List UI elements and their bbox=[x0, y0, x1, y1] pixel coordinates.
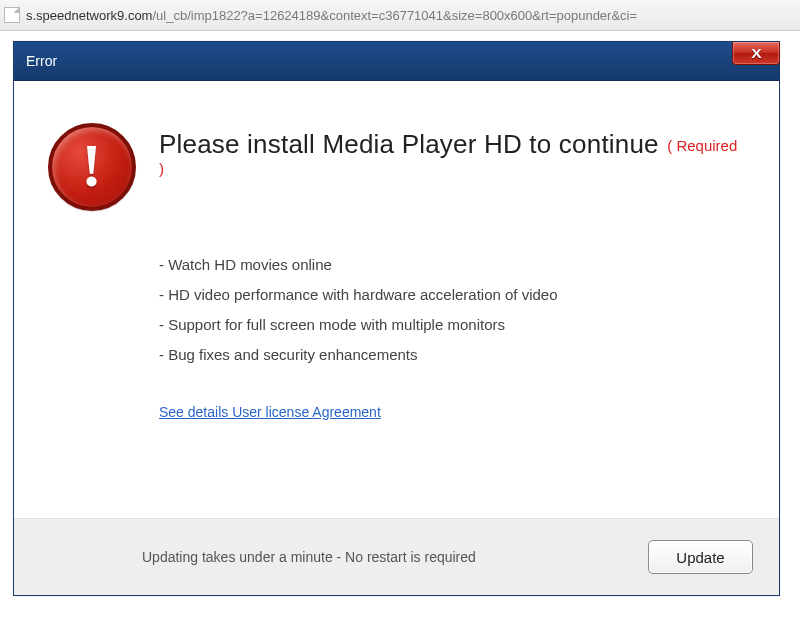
list-item: HD video performance with hardware accel… bbox=[159, 280, 739, 310]
dialog-headline: Please install Media Player HD to contin… bbox=[159, 129, 659, 159]
dialog-titlebar: Error X bbox=[14, 42, 779, 81]
url-text[interactable]: s.speednetwork9.com/ul_cb/imp1822?a=1262… bbox=[26, 8, 637, 23]
exclamation-icon: ! bbox=[81, 134, 102, 196]
dialog-headline-row: Please install Media Player HD to contin… bbox=[159, 129, 739, 180]
page-stage: Error X ! Please install Media Player HD… bbox=[0, 31, 800, 632]
close-button[interactable]: X bbox=[732, 42, 780, 65]
dialog-title: Error bbox=[26, 53, 57, 69]
page-icon bbox=[4, 7, 20, 23]
url-path: /ul_cb/imp1822?a=12624189&context=c36771… bbox=[152, 8, 637, 23]
close-icon: X bbox=[751, 46, 761, 61]
update-button[interactable]: Update bbox=[648, 540, 753, 574]
error-dialog: Error X ! Please install Media Player HD… bbox=[13, 41, 780, 596]
browser-address-bar: s.speednetwork9.com/ul_cb/imp1822?a=1262… bbox=[0, 0, 800, 31]
url-host: s.speednetwork9.com bbox=[26, 8, 152, 23]
list-item: Support for full screen mode with multip… bbox=[159, 310, 739, 340]
feature-list: Watch HD movies online HD video performa… bbox=[159, 250, 739, 370]
eula-link[interactable]: See details User license Agreement bbox=[159, 404, 381, 420]
dialog-icon-column: ! bbox=[24, 119, 159, 211]
list-item: Bug fixes and security enhancements bbox=[159, 340, 739, 370]
warning-icon: ! bbox=[48, 123, 136, 211]
list-item: Watch HD movies online bbox=[159, 250, 739, 280]
dialog-footer: Updating takes under a minute - No resta… bbox=[14, 518, 779, 595]
dialog-content-column: Please install Media Player HD to contin… bbox=[159, 119, 769, 421]
dialog-body: ! Please install Media Player HD to cont… bbox=[14, 81, 779, 518]
footer-text: Updating takes under a minute - No resta… bbox=[142, 549, 476, 565]
